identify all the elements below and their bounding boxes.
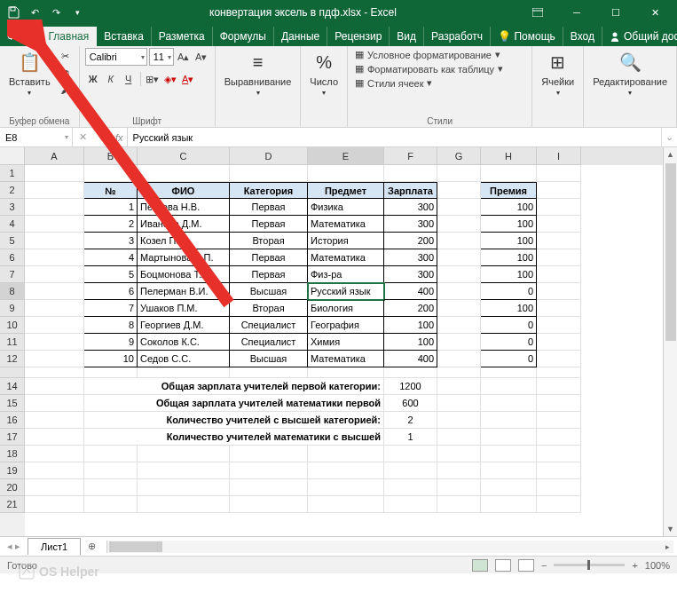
cell[interactable] bbox=[84, 446, 138, 462]
cell[interactable] bbox=[437, 199, 481, 216]
cell[interactable] bbox=[25, 249, 84, 266]
cell[interactable]: 300 bbox=[384, 249, 437, 266]
cell[interactable]: Специалист bbox=[230, 334, 308, 351]
cell[interactable] bbox=[437, 249, 481, 266]
row-header-12[interactable]: 12 bbox=[0, 351, 25, 367]
scroll-down-icon[interactable]: ▼ bbox=[664, 522, 677, 536]
cell[interactable]: 300 bbox=[384, 216, 437, 233]
cell[interactable] bbox=[481, 429, 537, 446]
cell[interactable]: Первая bbox=[230, 199, 308, 216]
cell[interactable] bbox=[84, 496, 138, 513]
cell[interactable] bbox=[537, 479, 581, 496]
sheet-nav[interactable]: ◂ ▸ bbox=[0, 541, 28, 552]
row-header-4[interactable]: 4 bbox=[0, 216, 25, 233]
cell[interactable]: Высшая bbox=[230, 283, 308, 300]
cell[interactable]: Вторая bbox=[230, 233, 308, 249]
editing-button[interactable]: 🔍Редактирование▾ bbox=[589, 48, 671, 99]
cell[interactable] bbox=[25, 182, 84, 199]
cell[interactable] bbox=[138, 367, 230, 378]
row-header-15[interactable]: 15 bbox=[0, 395, 25, 412]
cell[interactable] bbox=[84, 367, 138, 378]
tab-layout[interactable]: Разметка bbox=[152, 27, 213, 46]
cell[interactable] bbox=[537, 334, 581, 351]
cell[interactable] bbox=[138, 479, 230, 496]
cell[interactable]: 100 bbox=[481, 249, 537, 266]
cell[interactable]: Георгиев Д.М. bbox=[138, 317, 230, 334]
underline-button[interactable]: Ч bbox=[121, 71, 137, 87]
row-header-14[interactable]: 14 bbox=[0, 378, 25, 395]
zoom-minus-icon[interactable]: − bbox=[541, 560, 547, 571]
add-sheet-icon[interactable]: ⊕ bbox=[81, 541, 103, 552]
tab-data[interactable]: Данные bbox=[274, 27, 327, 46]
row-header-19[interactable]: 19 bbox=[0, 462, 25, 479]
cell-subject[interactable]: География bbox=[308, 317, 384, 334]
cell[interactable]: 100 bbox=[481, 233, 537, 249]
cell[interactable]: 400 bbox=[384, 351, 437, 367]
row-header-16[interactable]: 16 bbox=[0, 412, 25, 429]
conditional-formatting-button[interactable]: ▦Условное форматирование ▾ bbox=[353, 48, 505, 61]
cell[interactable] bbox=[25, 351, 84, 367]
cell[interactable] bbox=[437, 378, 481, 395]
cell[interactable] bbox=[437, 351, 481, 367]
cell[interactable]: 5 bbox=[84, 266, 138, 283]
paste-button[interactable]: 📋 Вставить ▾ bbox=[5, 48, 54, 99]
cell[interactable] bbox=[25, 378, 84, 395]
col-header-A[interactable]: A bbox=[25, 147, 84, 165]
row-header-21[interactable]: 21 bbox=[0, 496, 25, 513]
cell[interactable] bbox=[25, 367, 84, 378]
scroll-thumb[interactable] bbox=[665, 163, 676, 341]
row-header-13[interactable] bbox=[0, 367, 25, 378]
cell[interactable]: № bbox=[84, 182, 138, 199]
cell-subject[interactable]: Математика bbox=[308, 216, 384, 233]
cell[interactable] bbox=[537, 249, 581, 266]
cell[interactable] bbox=[384, 165, 437, 182]
number-button[interactable]: %Число▾ bbox=[306, 48, 342, 99]
cell[interactable] bbox=[537, 378, 581, 395]
cell[interactable] bbox=[138, 165, 230, 182]
cell[interactable]: Ушаков П.М. bbox=[138, 300, 230, 317]
cell[interactable] bbox=[437, 216, 481, 233]
cell[interactable] bbox=[437, 334, 481, 351]
scroll-track[interactable] bbox=[664, 162, 677, 522]
cell[interactable] bbox=[138, 462, 230, 479]
ribbon-toggle-icon[interactable] bbox=[519, 3, 556, 22]
cell[interactable] bbox=[537, 165, 581, 182]
cell[interactable]: Первая bbox=[230, 249, 308, 266]
tab-formulas[interactable]: Формулы bbox=[213, 27, 274, 46]
cell[interactable] bbox=[384, 367, 437, 378]
sheet-tab[interactable]: Лист1 bbox=[28, 538, 81, 555]
fx-icon[interactable]: fx bbox=[115, 132, 123, 143]
cell[interactable] bbox=[437, 367, 481, 378]
cell[interactable] bbox=[481, 412, 537, 429]
cell[interactable] bbox=[230, 367, 308, 378]
cell-subject[interactable]: Математика bbox=[308, 351, 384, 367]
horizontal-scrollbar[interactable]: ▸ bbox=[106, 541, 673, 553]
bold-button[interactable]: Ж bbox=[85, 71, 101, 87]
cell[interactable] bbox=[25, 395, 84, 412]
cell[interactable]: 100 bbox=[481, 300, 537, 317]
cell[interactable]: Зарплата bbox=[384, 182, 437, 199]
tab-share[interactable]: Общий доступ bbox=[602, 27, 677, 46]
cell[interactable] bbox=[537, 395, 581, 412]
expand-formula-icon[interactable]: ⌄ bbox=[661, 128, 677, 146]
cell[interactable] bbox=[230, 496, 308, 513]
cell[interactable] bbox=[437, 462, 481, 479]
scroll-up-icon[interactable]: ▲ bbox=[664, 147, 677, 162]
cell[interactable]: Специалист bbox=[230, 317, 308, 334]
cells-button[interactable]: ⊞Ячейки▾ bbox=[538, 48, 578, 99]
accept-formula-icon[interactable]: ✓ bbox=[92, 131, 112, 143]
summary-value[interactable]: 600 bbox=[384, 395, 437, 412]
tab-help[interactable]: 💡 Помощь bbox=[491, 27, 563, 46]
cell[interactable]: Петрова Н.В. bbox=[138, 199, 230, 216]
row-header-5[interactable]: 5 bbox=[0, 233, 25, 249]
tab-insert[interactable]: Вставка bbox=[97, 27, 152, 46]
view-page-icon[interactable] bbox=[495, 559, 511, 572]
row-header-7[interactable]: 7 bbox=[0, 266, 25, 283]
cell[interactable] bbox=[308, 446, 384, 462]
cell[interactable] bbox=[25, 233, 84, 249]
cell[interactable]: 0 bbox=[481, 351, 537, 367]
cell[interactable]: Мартынова Л.П. bbox=[138, 249, 230, 266]
row-header-9[interactable]: 9 bbox=[0, 300, 25, 317]
borders-icon[interactable]: ⊞▾ bbox=[145, 71, 161, 87]
cell[interactable] bbox=[25, 283, 84, 300]
